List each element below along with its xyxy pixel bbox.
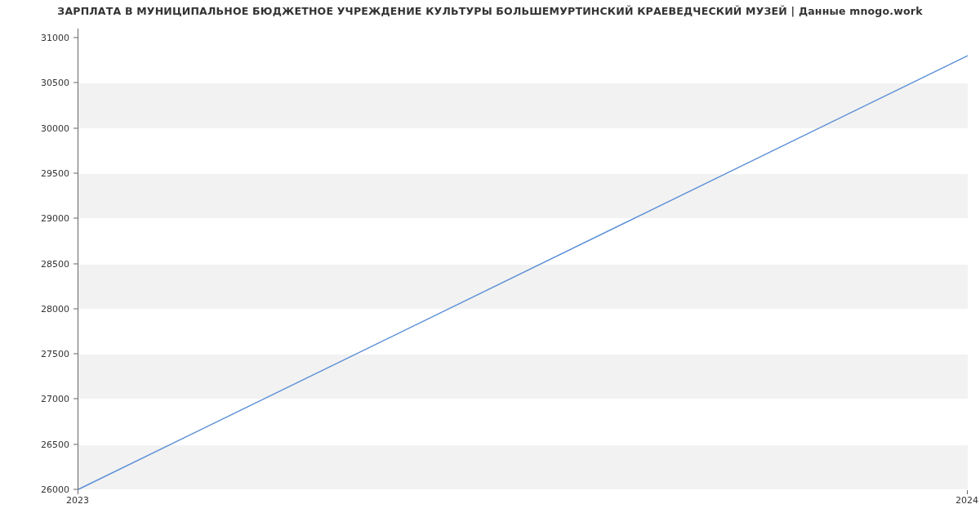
chart-container: ЗАРПЛАТА В МУНИЦИПАЛЬНОЕ БЮДЖЕТНОЕ УЧРЕЖ… [0,0,980,531]
y-tick-label: 29000 [0,213,69,224]
x-tick-label: 2023 [66,495,89,506]
y-tick-label: 27000 [0,394,69,404]
y-tick-mark [74,83,78,83]
y-tick-mark [74,308,78,309]
y-tick-label: 31000 [0,33,69,43]
y-tick-mark [74,444,78,444]
y-tick-mark [74,354,78,355]
x-tick-mark [78,490,78,494]
y-tick-mark [74,218,78,219]
y-tick-mark [74,263,78,264]
plot-area [78,29,968,490]
y-tick-label: 28000 [0,303,69,314]
y-tick-label: 26000 [0,484,69,495]
y-tick-label: 30500 [0,78,69,88]
x-tick-mark [967,490,968,494]
y-tick-mark [74,399,78,399]
y-tick-label: 28500 [0,258,69,269]
y-tick-label: 30000 [0,123,69,133]
gridline [78,489,968,490]
y-tick-mark [74,172,78,173]
y-tick-label: 27500 [0,349,69,359]
y-tick-label: 26500 [0,439,69,449]
chart-title: ЗАРПЛАТА В МУНИЦИПАЛЬНОЕ БЮДЖЕТНОЕ УЧРЕЖ… [0,5,980,17]
line-svg [78,29,968,489]
data-line [78,56,968,489]
y-tick-mark [74,38,78,38]
y-tick-label: 29500 [0,167,69,178]
y-tick-mark [74,127,78,128]
x-tick-label: 2024 [956,495,978,506]
